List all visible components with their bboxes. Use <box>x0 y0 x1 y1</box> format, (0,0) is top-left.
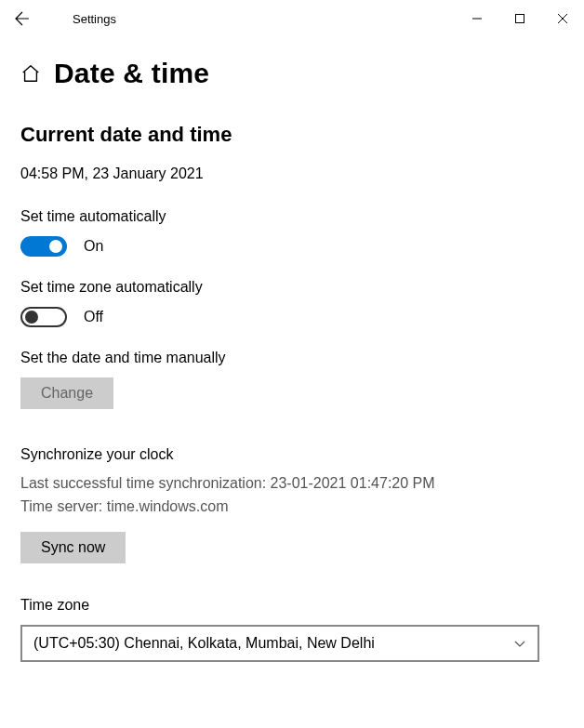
set-time-auto-state: On <box>84 238 103 255</box>
titlebar: Settings <box>0 0 584 37</box>
arrow-left-icon <box>15 11 30 26</box>
set-tz-auto-label: Set time zone automatically <box>20 279 564 296</box>
home-icon[interactable] <box>20 63 41 84</box>
minimize-icon <box>471 13 483 24</box>
maximize-button[interactable] <box>498 0 541 37</box>
current-datetime: 04:58 PM, 23 January 2021 <box>20 165 564 182</box>
app-title: Settings <box>45 12 456 26</box>
sync-now-button[interactable]: Sync now <box>20 532 126 563</box>
sync-info: Last successful time synchronization: 23… <box>20 472 564 519</box>
sync-server: Time server: time.windows.com <box>20 496 564 519</box>
change-button[interactable]: Change <box>20 377 113 409</box>
content-area: Current date and time 04:58 PM, 23 Janua… <box>0 106 584 662</box>
chevron-down-icon <box>513 637 526 650</box>
section-heading: Current date and time <box>20 123 564 147</box>
close-button[interactable] <box>541 0 584 37</box>
back-button[interactable] <box>0 0 45 37</box>
sync-section: Synchronize your clock Last successful t… <box>20 446 564 563</box>
svg-rect-1 <box>516 15 524 23</box>
set-tz-auto-row: Off <box>20 307 564 327</box>
window-controls <box>456 0 584 37</box>
timezone-label: Time zone <box>20 597 564 614</box>
sync-heading: Synchronize your clock <box>20 446 564 463</box>
maximize-icon <box>514 13 525 24</box>
timezone-section: Time zone (UTC+05:30) Chennai, Kolkata, … <box>20 597 564 662</box>
sync-last: Last successful time synchronization: 23… <box>20 472 564 496</box>
page-title: Date & time <box>54 58 209 89</box>
set-time-auto-toggle[interactable] <box>20 236 67 257</box>
timezone-selected-value: (UTC+05:30) Chennai, Kolkata, Mumbai, Ne… <box>33 635 375 652</box>
set-time-auto-row: On <box>20 236 564 257</box>
set-tz-auto-state: Off <box>84 309 103 325</box>
minimize-button[interactable] <box>456 0 498 37</box>
manual-label: Set the date and time manually <box>20 350 564 366</box>
page-header: Date & time <box>0 37 584 106</box>
toggle-knob <box>25 311 38 324</box>
set-tz-auto-toggle[interactable] <box>20 307 67 327</box>
toggle-knob <box>49 240 62 253</box>
close-icon <box>557 13 568 24</box>
set-time-auto-label: Set time automatically <box>20 208 564 225</box>
timezone-select[interactable]: (UTC+05:30) Chennai, Kolkata, Mumbai, Ne… <box>20 625 539 662</box>
